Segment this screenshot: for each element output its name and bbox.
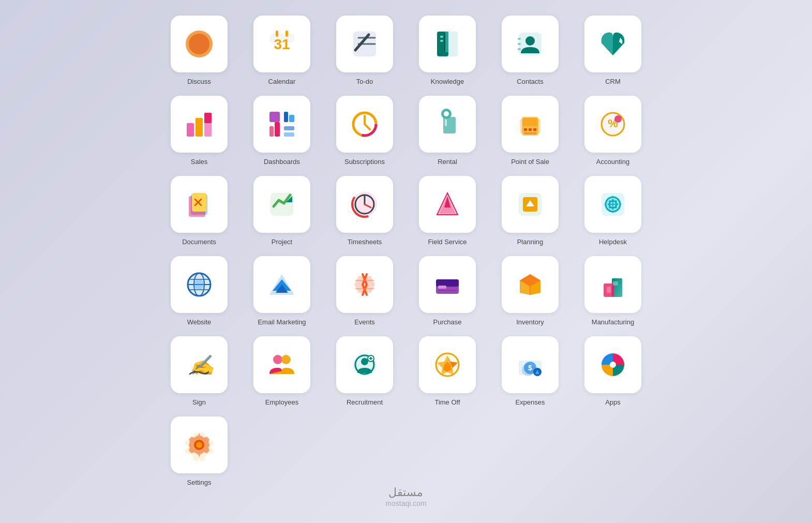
discuss-label: Discuss [187, 78, 211, 85]
app-calendar[interactable]: 31 Calendar [248, 16, 315, 85]
website-icon [171, 256, 228, 313]
svg-rect-80 [438, 286, 446, 289]
app-discuss[interactable]: Discuss [166, 16, 233, 85]
app-purchase[interactable]: Purchase [414, 256, 481, 326]
crm-icon [584, 16, 641, 72]
app-timeoff[interactable]: Time Off [414, 336, 481, 406]
svg-rect-85 [607, 287, 611, 293]
todo-icon [336, 16, 393, 72]
fieldservice-icon [419, 176, 476, 233]
expenses-icon: $ [502, 336, 559, 393]
app-sales[interactable]: Sales [166, 96, 233, 166]
app-inventory[interactable]: Inventory [497, 256, 564, 326]
app-rental[interactable]: Rental [414, 96, 481, 166]
app-events[interactable]: Events [331, 256, 398, 326]
documents-label: Documents [182, 238, 216, 246]
svg-rect-41 [529, 128, 532, 131]
dashboards-icon [253, 96, 310, 153]
svg-rect-19 [518, 48, 521, 50]
svg-rect-86 [613, 281, 618, 286]
svg-rect-36 [445, 119, 447, 126]
svg-rect-28 [289, 115, 294, 122]
app-sign[interactable]: ✍ Sign [166, 336, 233, 406]
app-subscriptions[interactable]: Subscriptions [331, 96, 398, 166]
svg-rect-5 [276, 31, 278, 37]
contacts-icon [502, 16, 559, 72]
project-icon [253, 176, 310, 233]
app-recruitment[interactable]: Recruitment [331, 336, 398, 406]
app-crm[interactable]: CRM [579, 16, 646, 85]
app-todo[interactable]: To-do [331, 16, 398, 85]
svg-rect-30 [284, 132, 294, 137]
app-settings[interactable]: Settings [166, 416, 233, 486]
documents-icon [171, 176, 228, 233]
watermark-arabic: مستقل [385, 486, 426, 499]
accounting-label: Accounting [596, 158, 629, 166]
svg-rect-18 [518, 43, 521, 45]
calendar-label: Calendar [268, 78, 296, 85]
svg-rect-40 [524, 128, 527, 131]
timeoff-icon [419, 336, 476, 393]
manufacturing-icon [584, 256, 641, 313]
svg-rect-81 [438, 290, 457, 291]
app-employees[interactable]: Employees [248, 336, 315, 406]
app-documents[interactable]: Documents [166, 176, 233, 246]
app-accounting[interactable]: % Accounting [579, 96, 646, 166]
timesheets-icon [336, 176, 393, 233]
manufacturing-label: Manufacturing [592, 318, 634, 326]
watermark-url: mostaqi.com [385, 499, 426, 507]
app-dashboards[interactable]: Dashboards [248, 96, 315, 166]
employees-label: Employees [265, 398, 298, 406]
helpdesk-label: Helpdesk [599, 238, 627, 246]
events-label: Events [354, 318, 375, 326]
app-website[interactable]: Website [166, 256, 233, 326]
app-timesheets[interactable]: Timesheets [331, 176, 398, 246]
svg-rect-26 [275, 122, 280, 137]
app-grid: Discuss 31 Calendar To-do [166, 16, 646, 486]
svg-rect-14 [440, 40, 443, 42]
app-planning[interactable]: Planning [497, 176, 564, 246]
app-fieldservice[interactable]: Field Service [414, 176, 481, 246]
svg-rect-13 [440, 36, 443, 38]
expenses-label: Expenses [515, 398, 545, 406]
recruitment-icon [336, 336, 393, 393]
knowledge-icon [419, 16, 476, 72]
sales-icon [171, 96, 228, 153]
svg-point-16 [525, 36, 535, 46]
subscriptions-label: Subscriptions [344, 158, 385, 166]
app-knowledge[interactable]: Knowledge [414, 16, 481, 85]
inventory-label: Inventory [516, 318, 544, 326]
svg-rect-43 [524, 132, 536, 135]
timesheets-label: Timesheets [348, 238, 382, 246]
svg-rect-17 [518, 38, 521, 40]
employees-icon [253, 336, 310, 393]
app-pointofsale[interactable]: Point of Sale [497, 96, 564, 166]
app-emailmarketing[interactable]: Email Marketing [248, 256, 315, 326]
svg-point-104 [610, 362, 616, 368]
todo-label: To-do [356, 78, 373, 85]
planning-icon [502, 176, 559, 233]
purchase-label: Purchase [433, 318, 462, 326]
svg-point-88 [273, 355, 282, 364]
app-manufacturing[interactable]: Manufacturing [579, 256, 646, 326]
app-contacts[interactable]: Contacts [497, 16, 564, 85]
calendar-icon: 31 [253, 16, 310, 72]
subscriptions-icon [336, 96, 393, 153]
app-helpdesk[interactable]: + Helpdesk [579, 176, 646, 246]
app-project[interactable]: Project [248, 176, 315, 246]
app-apps[interactable]: Apps [579, 336, 646, 406]
crm-label: CRM [605, 78, 621, 85]
discuss-icon [171, 16, 228, 72]
svg-text:+: + [610, 200, 615, 208]
pointofsale-icon [502, 96, 559, 153]
purchase-icon [419, 256, 476, 313]
svg-point-106 [196, 442, 202, 448]
rental-icon [419, 96, 476, 153]
svg-point-47 [614, 115, 622, 123]
website-label: Website [187, 318, 212, 326]
svg-rect-27 [284, 112, 288, 122]
events-icon [336, 256, 393, 313]
sign-label: Sign [192, 398, 206, 406]
sign-icon: ✍ [171, 336, 228, 393]
app-expenses[interactable]: $ Expenses [497, 336, 564, 406]
